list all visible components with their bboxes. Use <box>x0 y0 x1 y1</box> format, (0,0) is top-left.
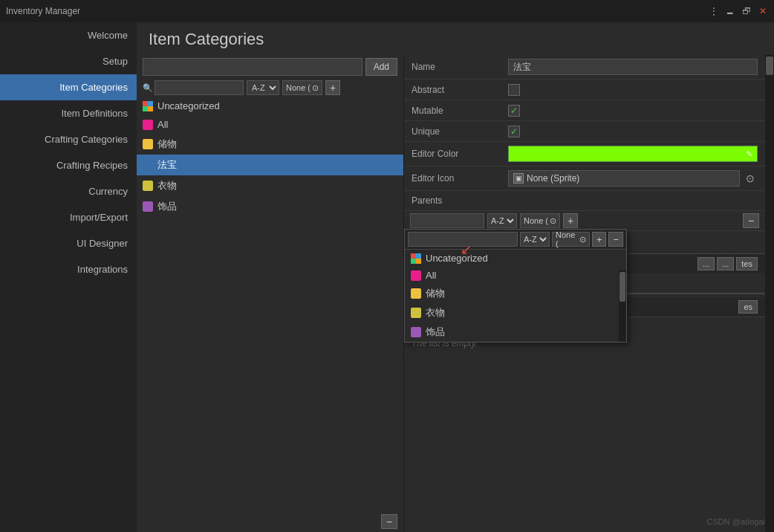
item-label: 储物 <box>157 137 177 151</box>
dropdown-item[interactable]: All <box>405 267 626 284</box>
dropdown-none-button[interactable]: None ( ⊙ <box>552 232 590 247</box>
color-swatch-yiwu <box>143 181 153 191</box>
list-filter-search[interactable] <box>155 80 244 95</box>
abstract-checkbox[interactable] <box>508 84 520 96</box>
list-item[interactable]: Uncategorized <box>137 97 403 115</box>
detail-panel: Name Abstract Mutable <box>404 55 765 532</box>
close-button[interactable]: ✕ <box>758 6 768 16</box>
editor-color-value: ✎ <box>508 146 758 162</box>
editor-icon-field-row: Editor Icon ▣ None (Sprite) ⊙ <box>404 166 765 191</box>
watermark: CSDN @adogai <box>707 517 765 526</box>
list-item[interactable]: 衣物 <box>137 175 403 196</box>
list-item[interactable]: 储物 <box>137 134 403 155</box>
dropdown-color-all <box>411 270 421 281</box>
dropdown-item[interactable]: Uncategorized <box>405 250 626 267</box>
sidebar-item-item-categories[interactable]: Item Categories <box>0 74 137 100</box>
list-search-input[interactable] <box>143 58 362 76</box>
parents-search-input[interactable] <box>410 213 484 228</box>
item-label: 衣物 <box>157 179 177 192</box>
unique-checkbox[interactable]: ✓ <box>508 126 520 137</box>
dropdown-item-label: 衣物 <box>426 306 445 319</box>
minimize-button[interactable]: 🗕 <box>725 6 735 16</box>
dropdown-scrollbar <box>619 270 626 342</box>
editor-color-picker[interactable]: ✎ <box>508 146 758 162</box>
sidebar-item-item-definitions[interactable]: Item Definitions <box>0 100 137 126</box>
sidebar-item-import-export[interactable]: Import/Export <box>0 204 137 230</box>
color-swatch-all <box>143 120 153 130</box>
dropdown-item-label: All <box>426 270 436 281</box>
dropdown-search-input[interactable] <box>408 232 518 247</box>
ancestors-btn[interactable]: es <box>738 300 758 314</box>
sidebar-item-crafting-categories[interactable]: Crafting Categories <box>0 126 137 152</box>
list-item[interactable]: 饰品 <box>137 196 403 217</box>
abstract-value <box>508 84 758 96</box>
name-label: Name <box>412 62 508 72</box>
list-plus-button[interactable]: + <box>325 80 340 95</box>
detail-scrollbar-thumb[interactable] <box>766 56 773 75</box>
dropdown-sort-select[interactable]: A-Z <box>520 232 550 247</box>
editor-icon-clear-button[interactable]: ⊙ <box>743 171 758 186</box>
content-area: Item Categories Add 🔍 A-Z <box>137 22 774 532</box>
title-bar: Inventory Manager ⋮ 🗕 🗗 ✕ <box>0 0 774 22</box>
title-bar-left: Inventory Manager <box>6 6 80 16</box>
list-filters: 🔍 A-Z None ( ⊙ + <box>137 79 403 97</box>
parents-plus-button[interactable]: + <box>563 213 578 228</box>
editor-icon-button[interactable]: ▣ None (Sprite) <box>508 170 740 186</box>
dropdown-scrollbar-thumb[interactable] <box>619 272 625 302</box>
dropdown-item[interactable]: 储物 <box>405 284 626 303</box>
color-swatch-chuwu <box>143 139 153 149</box>
more-icon[interactable]: ⋮ <box>709 6 719 16</box>
abstract-field-row: Abstract <box>404 80 765 100</box>
dropdown-minus-button[interactable]: − <box>608 232 623 247</box>
list-item-selected[interactable]: 法宝 <box>137 155 403 175</box>
item-label: Uncategorized <box>157 100 220 111</box>
item-label: 饰品 <box>157 200 177 213</box>
parents-sub-toolbar: A-Z None ( ⊙ + − <box>404 211 765 231</box>
sprite-icon: ▣ <box>513 173 524 184</box>
dropdown-list: Uncategorized All 储物 <box>405 250 626 342</box>
add-button[interactable]: Add <box>365 58 397 76</box>
dropdown-item[interactable]: 饰品 <box>405 322 626 342</box>
sidebar-item-currency[interactable]: Currency <box>0 178 137 204</box>
parents-none-button[interactable]: None ( ⊙ <box>520 213 560 228</box>
editor-color-label: Editor Color <box>412 149 508 159</box>
parents-sort-select[interactable]: A-Z <box>487 213 517 228</box>
dropdown-plus-button[interactable]: + <box>592 232 607 247</box>
parents-minus-button[interactable]: − <box>743 213 759 228</box>
mutable-checkbox[interactable]: ✓ <box>508 105 520 117</box>
color-picker-icon[interactable]: ✎ <box>742 147 755 160</box>
parents-dropdown: A-Z None ( ⊙ + − <box>404 229 627 343</box>
abstract-label: Abstract <box>412 85 508 95</box>
sidebar: Welcome Setup Item Categories Item Defin… <box>0 22 137 532</box>
dropdown-color-chuwu <box>411 288 421 299</box>
dropdown-item-label: Uncategorized <box>426 253 488 264</box>
mutable-value: ✓ <box>508 105 758 117</box>
list-item[interactable]: All <box>137 115 403 134</box>
color-swatch-fabo <box>143 160 153 170</box>
category-attr-sort-button[interactable]: tes <box>736 257 758 270</box>
mutable-field-row: Mutable ✓ <box>404 100 765 121</box>
item-label: 法宝 <box>157 158 177 172</box>
editor-color-field-row: Editor Color ✎ <box>404 142 765 166</box>
category-attr-remove-button[interactable]: ... <box>717 257 734 270</box>
category-attr-add-button[interactable]: ... <box>697 257 715 270</box>
sidebar-item-welcome[interactable]: Welcome <box>0 22 137 48</box>
name-input[interactable] <box>508 59 758 75</box>
mutable-checkmark: ✓ <box>510 106 518 116</box>
list-none-button[interactable]: None ( ⊙ <box>282 80 322 95</box>
sidebar-item-setup[interactable]: Setup <box>0 48 137 74</box>
color-swatch-uncategorized <box>143 101 153 111</box>
sidebar-item-integrations[interactable]: Integrations <box>0 256 137 282</box>
list-minus-button[interactable]: − <box>381 514 397 529</box>
list-sort-select[interactable]: A-Z <box>247 80 279 95</box>
restore-button[interactable]: 🗗 <box>741 6 752 16</box>
list-toolbar: Add <box>137 55 403 79</box>
search-small-icon: 🔍 <box>143 83 153 93</box>
unique-checkmark: ✓ <box>510 126 518 137</box>
dropdown-item[interactable]: 衣物 <box>405 303 626 322</box>
editor-icon-value: ▣ None (Sprite) ⊙ <box>508 170 758 186</box>
detail-wrapper: Name Abstract Mutable <box>404 55 774 532</box>
sidebar-item-crafting-recipes[interactable]: Crafting Recipes <box>0 152 137 178</box>
dropdown-toolbar: A-Z None ( ⊙ + − <box>405 230 626 250</box>
sidebar-item-ui-designer[interactable]: UI Designer <box>0 230 137 256</box>
